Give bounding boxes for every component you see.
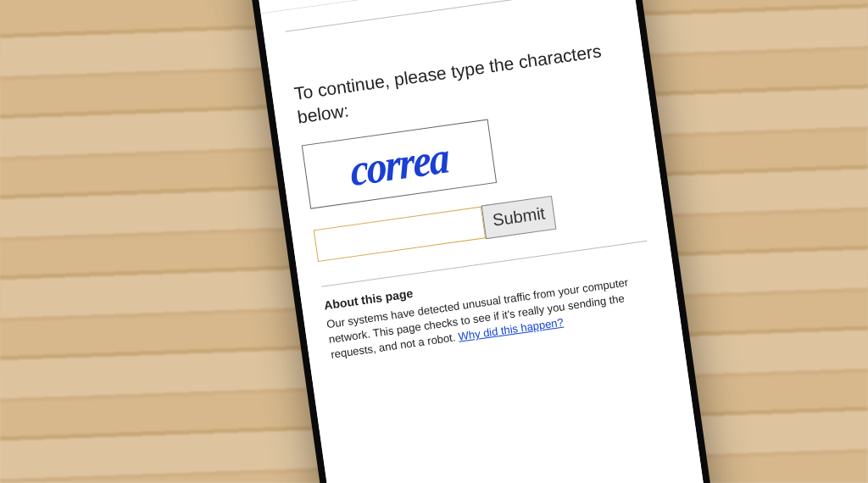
- captcha-image: correa: [302, 119, 497, 208]
- phone-screen: 70% 7:30 https://ipv6.googl 1: [252, 0, 710, 483]
- captcha-word: correa: [348, 131, 449, 197]
- captcha-prompt: To continue, please type the characters …: [292, 36, 625, 130]
- submit-button[interactable]: Submit: [481, 196, 557, 239]
- captcha-input[interactable]: [314, 206, 486, 261]
- captcha-page: To continue, please type the characters …: [261, 0, 711, 483]
- home-icon[interactable]: [264, 0, 286, 3]
- phone-device: 70% 7:30 https://ipv6.googl 1: [244, 0, 719, 483]
- divider-top: [286, 0, 611, 32]
